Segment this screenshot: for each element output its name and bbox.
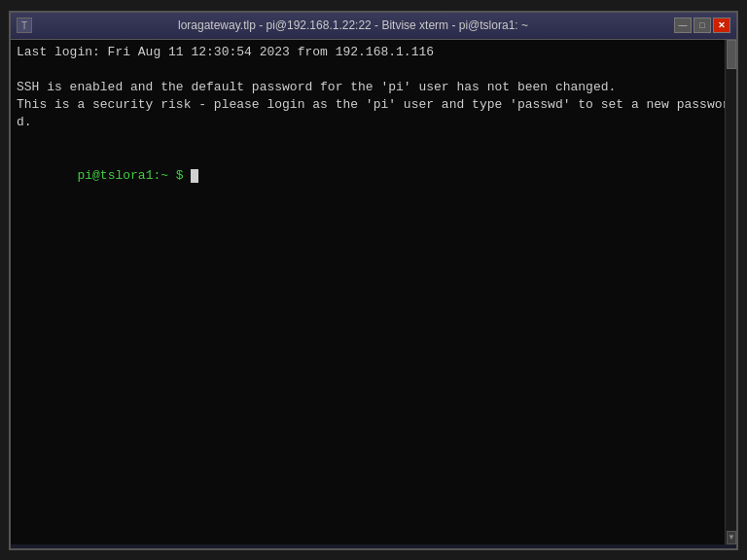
window-controls: — □ ✕ [674,18,730,33]
close-button[interactable]: ✕ [713,18,730,33]
scrollbar-thumb[interactable] [727,40,736,69]
terminal-prompt: pi@tslora1:~ $ [77,168,191,183]
terminal-line-5 [17,131,730,149]
terminal-line-1: Last login: Fri Aug 11 12:30:54 2023 fro… [17,44,730,61]
terminal-line-2 [17,61,730,79]
terminal-line-4: This is a security risk - please login a… [17,96,730,131]
status-bar [11,544,736,548]
scrollbar[interactable]: ▼ [725,40,736,544]
scrollbar-down-button[interactable]: ▼ [727,531,736,544]
window-icon: T [17,18,32,33]
terminal-body[interactable]: Last login: Fri Aug 11 12:30:54 2023 fro… [11,40,736,544]
maximize-button[interactable]: □ [694,18,711,33]
terminal-prompt-line: pi@tslora1:~ $ [17,150,730,203]
terminal-window[interactable]: T loragateway.tlp - pi@192.168.1.22:22 -… [9,11,738,550]
window-title: loragateway.tlp - pi@192.168.1.22:22 - B… [32,18,674,32]
terminal-line-3: SSH is enabled and the default password … [17,79,730,96]
terminal-content: Last login: Fri Aug 11 12:30:54 2023 fro… [17,44,730,203]
minimize-button[interactable]: — [674,18,692,33]
title-bar: T loragateway.tlp - pi@192.168.1.22:22 -… [11,13,736,40]
terminal-cursor [191,169,198,183]
